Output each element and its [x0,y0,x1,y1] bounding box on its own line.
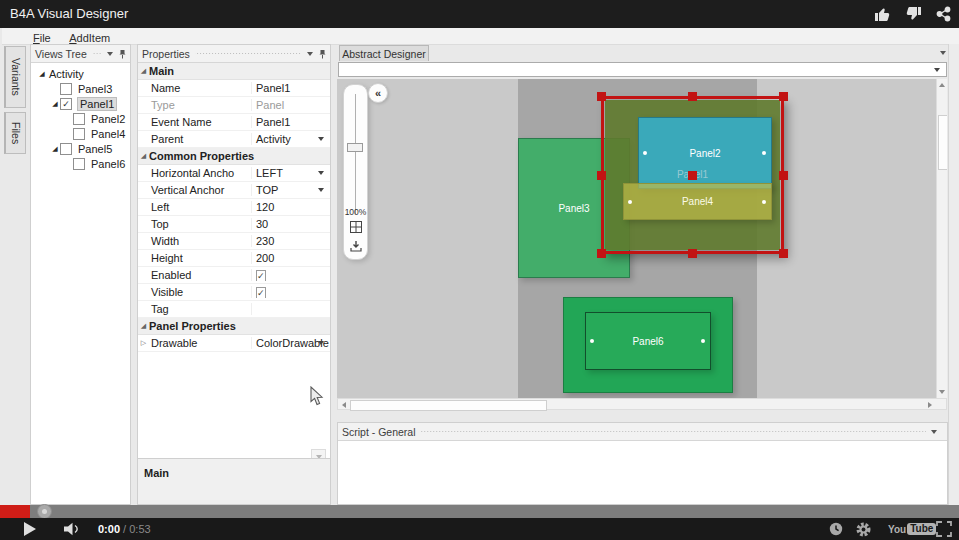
prop-value[interactable]: Panel [252,99,330,111]
chevron-down-icon[interactable] [931,430,937,434]
prop-row-height[interactable]: Height200 [138,250,330,267]
chevron-down-icon[interactable] [318,188,324,192]
youtube-logo[interactable]: You Tube [888,518,936,540]
prop-row-name[interactable]: NamePanel1 [138,80,330,97]
prop-row-enabled[interactable]: Enabled✓ [138,267,330,284]
prop-row-left[interactable]: Left120 [138,199,330,216]
import-button[interactable] [348,238,363,253]
section-expander-icon[interactable]: ◢ [138,67,149,75]
selection-handle[interactable] [779,92,788,101]
prop-row-visible[interactable]: Visible✓ [138,284,330,301]
node-checkbox[interactable] [60,143,72,155]
chevron-down-icon[interactable] [940,51,946,55]
tree-node-panel3[interactable]: Panel3 [31,81,130,96]
prop-row-tag[interactable]: Tag [138,301,330,318]
scrubber-knob[interactable] [37,504,52,519]
tree-node-panel4[interactable]: Panel4 [31,126,130,141]
volume-icon[interactable] [62,521,84,537]
node-checkbox[interactable] [73,158,85,170]
designer-canvas[interactable]: Panel3Panel2Panel4Panel6Panel1 100% [337,79,947,398]
collapse-panel-button[interactable] [368,83,388,103]
chevron-down-icon[interactable] [307,52,313,56]
tree-node-activity[interactable]: ◢Activity [31,66,130,81]
selection-handle[interactable] [597,249,606,258]
selection-handle[interactable] [779,171,788,180]
scroll-down-icon[interactable] [939,390,945,394]
tree-node-panel6[interactable]: Panel6 [31,156,130,171]
prop-value[interactable]: 30 [252,218,330,230]
prop-row-width[interactable]: Width230 [138,233,330,250]
fullscreen-icon[interactable] [936,521,952,537]
views-tree-header[interactable]: Views Tree [31,45,130,63]
script-header[interactable]: Script - General [338,423,947,441]
chevron-down-icon[interactable] [107,52,113,56]
tree-node-panel5[interactable]: ◢Panel5 [31,141,130,156]
expander-icon[interactable]: ◢ [37,70,47,78]
section-expander-icon[interactable]: ◢ [138,322,149,330]
fit-to-screen-button[interactable] [348,219,363,234]
selection-handle[interactable] [688,92,697,101]
tree-node-panel2[interactable]: Panel2 [31,111,130,126]
thumbs-up-icon[interactable] [874,6,891,22]
section-expander-icon[interactable]: ◢ [138,152,149,160]
prop-row-vertical-anchor[interactable]: Vertical AnchorTOP [138,182,330,199]
prop-row-type[interactable]: TypePanel [138,97,330,114]
node-checkbox[interactable]: ✓ [60,98,72,110]
prop-value[interactable]: 120 [252,201,330,213]
chevron-down-icon[interactable] [318,171,324,175]
pin-icon[interactable] [319,49,326,59]
node-checkbox[interactable] [73,113,85,125]
selection-rect[interactable]: Panel1 [601,96,784,254]
share-icon[interactable] [936,6,951,22]
thumbs-down-icon[interactable] [905,6,922,22]
tree-node-panel1[interactable]: ◢✓Panel1 [31,96,130,111]
prop-value[interactable]: ✓ [252,269,330,281]
prop-row-horizontal-ancho[interactable]: Horizontal AnchoLEFT [138,165,330,182]
prop-section-common-properties[interactable]: ◢Common Properties [138,148,330,165]
expander-icon[interactable]: ◢ [50,145,60,153]
node-checkbox[interactable] [73,128,85,140]
video-title[interactable]: B4A Visual Designer [10,0,128,28]
sidebar-tab-variants[interactable]: Variants [4,46,26,108]
selection-handle[interactable] [688,171,697,180]
prop-row-event-name[interactable]: Event NamePanel1 [138,114,330,131]
horizontal-scrollbar[interactable] [337,398,947,410]
sidebar-tab-files[interactable]: Files [4,112,26,154]
zoom-slider-thumb[interactable] [347,143,363,152]
prop-value[interactable]: 200 [252,252,330,264]
selection-handle[interactable] [597,92,606,101]
prop-row-drawable[interactable]: ▷DrawableColorDrawable [138,335,330,352]
expander-icon[interactable]: ◢ [50,100,60,108]
prop-value[interactable]: Panel1 [252,116,330,128]
scroll-up-icon[interactable] [939,83,945,87]
vertical-scrollbar[interactable] [936,79,947,398]
prop-checkbox[interactable]: ✓ [256,287,266,298]
node-checkbox[interactable] [60,83,72,95]
designer-combobox[interactable] [338,62,947,77]
prop-checkbox[interactable]: ✓ [256,270,266,281]
sub-expander-icon[interactable]: ▷ [138,339,149,347]
tab-abstract-designer[interactable]: Abstract Designer [339,45,429,61]
vertical-scroll-thumb[interactable] [938,115,947,170]
prop-row-parent[interactable]: ParentActivity [138,131,330,148]
prop-value[interactable]: Panel1 [252,82,330,94]
selection-handle[interactable] [688,249,697,258]
selection-handle[interactable] [597,171,606,180]
scroll-left-icon[interactable] [342,402,346,408]
selection-handle[interactable] [779,249,788,258]
chevron-down-icon[interactable] [318,341,324,345]
prop-row-top[interactable]: Top30 [138,216,330,233]
play-button[interactable] [24,522,36,536]
properties-header[interactable]: Properties [138,45,330,63]
prop-section-main[interactable]: ◢Main [138,63,330,80]
prop-value[interactable]: 230 [252,235,330,247]
prop-section-panel-properties[interactable]: ◢Panel Properties [138,318,330,335]
progress-bar[interactable] [0,505,959,518]
chevron-down-icon[interactable] [318,137,324,141]
pin-icon[interactable] [119,49,126,59]
horizontal-scroll-thumb[interactable] [350,400,547,411]
watch-later-icon[interactable] [828,521,844,537]
settings-gear-icon[interactable] [855,521,872,538]
scroll-right-icon[interactable] [928,402,932,408]
prop-value[interactable]: ✓ [252,286,330,298]
